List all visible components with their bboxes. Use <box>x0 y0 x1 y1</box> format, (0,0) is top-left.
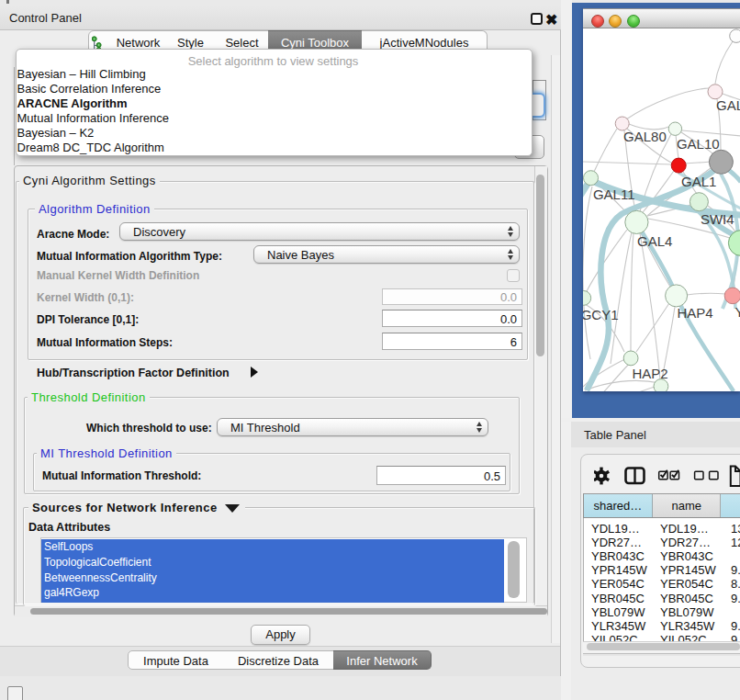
svg-text:HAP2: HAP2 <box>632 366 667 381</box>
svg-text:GAL10: GAL10 <box>676 136 719 152</box>
svg-text:GAL80: GAL80 <box>623 129 667 144</box>
svg-text:GAL11: GAL11 <box>592 186 634 202</box>
svg-text:GCY1: GCY1 <box>583 307 619 322</box>
svg-text:GAL4: GAL4 <box>637 233 672 249</box>
svg-text:SWI4: SWI4 <box>700 211 734 227</box>
svg-text:HAP4: HAP4 <box>677 305 712 321</box>
svg-text:GAL1: GAL1 <box>681 174 716 189</box>
svg-text:YEL: YEL <box>734 304 740 320</box>
svg-text:GAL7: GAL7 <box>716 97 740 113</box>
